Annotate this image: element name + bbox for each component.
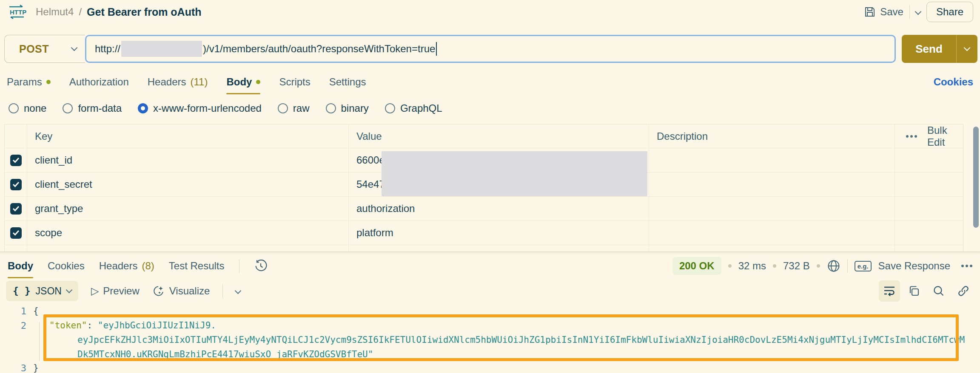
- preview-icon: ▷: [91, 285, 99, 297]
- bulk-edit-button[interactable]: Bulk Edit: [927, 124, 952, 148]
- mode-x-www-form-urlencoded[interactable]: x-www-form-urlencoded: [138, 102, 262, 114]
- modified-dot-icon: [46, 80, 51, 84]
- json-braces-icon: { }: [13, 285, 31, 297]
- radio-icon: [63, 103, 73, 113]
- mode-none[interactable]: none: [9, 102, 46, 114]
- send-options-chevron[interactable]: [956, 35, 977, 63]
- breadcrumb-separator: /: [79, 6, 82, 18]
- request-tabs: Params Authorization Headers(11) Body Sc…: [0, 69, 980, 95]
- param-description-cell[interactable]: [649, 221, 895, 245]
- url-suffix: )/v1/members/auth/oauth?responseWithToke…: [203, 43, 435, 55]
- text-caret: [436, 42, 437, 56]
- url-input[interactable]: http://)/v1/members/auth/oauth?responseW…: [85, 35, 896, 63]
- example-icon: e.g.: [855, 261, 872, 271]
- wrap-indent-guide: [39, 322, 40, 361]
- column-header-description: Description: [649, 124, 895, 148]
- method-chevron-icon: [71, 45, 78, 51]
- wrap-text-icon[interactable]: [879, 280, 900, 302]
- tab-scripts[interactable]: Scripts: [279, 69, 310, 95]
- save-split-divider: [909, 5, 910, 19]
- column-options-icon[interactable]: [906, 135, 917, 138]
- response-tab-cookies[interactable]: Cookies: [48, 253, 85, 279]
- table-row-partial: [5, 245, 963, 252]
- http-request-icon: HTTP: [7, 3, 26, 20]
- method-selector[interactable]: POST: [4, 35, 85, 63]
- table-header-row: Key Value Description Bulk Edit: [5, 124, 963, 148]
- radio-icon: [9, 103, 19, 113]
- response-viewer-toolbar: { } JSON ▷ Preview Visualize: [0, 280, 980, 302]
- param-key-cell[interactable]: scope: [27, 221, 348, 245]
- line-number: 3: [9, 363, 26, 373]
- link-icon[interactable]: [953, 280, 974, 302]
- cookies-link[interactable]: Cookies: [934, 76, 973, 88]
- floppy-disk-icon: [864, 6, 876, 18]
- line-number: 1: [9, 306, 26, 316]
- row-checkbox-checked[interactable]: [10, 179, 22, 190]
- share-button[interactable]: Share: [926, 2, 973, 22]
- top-bar: HTTP Helmut4 / Get Bearer from oAuth Sav…: [0, 0, 980, 24]
- param-key-cell[interactable]: client_secret: [27, 172, 348, 196]
- tab-body[interactable]: Body: [226, 69, 260, 95]
- param-key-cell[interactable]: client_id: [27, 148, 348, 172]
- radio-icon: [385, 103, 395, 113]
- mode-graphql[interactable]: GraphQL: [385, 102, 442, 114]
- mode-raw[interactable]: raw: [278, 102, 310, 114]
- vertical-scrollbar[interactable]: [973, 127, 979, 228]
- network-globe-icon[interactable]: [827, 259, 840, 273]
- json-open-brace: {: [33, 306, 39, 316]
- column-header-value: Value: [348, 124, 649, 148]
- param-key-cell[interactable]: grant_type: [27, 197, 348, 220]
- response-tab-headers[interactable]: Headers(8): [99, 253, 154, 279]
- save-button[interactable]: Save: [864, 6, 903, 18]
- breadcrumb-collection[interactable]: Helmut4: [36, 6, 74, 18]
- visualize-sparkle-icon: [152, 285, 165, 297]
- param-description-cell[interactable]: [649, 172, 895, 196]
- row-checkbox-checked[interactable]: [10, 155, 22, 166]
- url-prefix: http://: [95, 43, 120, 55]
- response-time[interactable]: 32 ms: [738, 260, 766, 272]
- response-section-divider[interactable]: [0, 251, 980, 252]
- mode-form-data[interactable]: form-data: [63, 102, 122, 114]
- tab-settings[interactable]: Settings: [329, 69, 366, 95]
- save-options-chevron[interactable]: [916, 8, 920, 16]
- token-highlight-box: [43, 314, 959, 361]
- method-label: POST: [19, 43, 72, 55]
- visualize-button[interactable]: Visualize: [152, 285, 210, 297]
- param-value-cell[interactable]: platform: [348, 221, 649, 245]
- status-badge[interactable]: 200 OK: [672, 257, 721, 275]
- tab-params[interactable]: Params: [7, 69, 51, 95]
- modified-dot-icon: [256, 80, 260, 84]
- send-button[interactable]: Send: [902, 35, 977, 63]
- copy-icon[interactable]: [903, 280, 925, 302]
- mode-binary[interactable]: binary: [326, 102, 369, 114]
- json-close-brace: }: [33, 363, 39, 373]
- response-header: Body Cookies Headers(8) Test Results 200…: [0, 254, 980, 278]
- value-redaction-block: [382, 151, 647, 196]
- response-options-icon[interactable]: [961, 265, 972, 267]
- row-checkbox-checked[interactable]: [10, 227, 22, 239]
- url-redaction-block: [121, 41, 202, 57]
- save-response-button[interactable]: Save Response: [878, 260, 950, 272]
- response-tab-body[interactable]: Body: [8, 253, 33, 279]
- column-header-key: Key: [27, 124, 348, 148]
- search-icon[interactable]: [928, 280, 949, 302]
- param-description-cell[interactable]: [649, 197, 895, 220]
- format-selector[interactable]: { } JSON: [6, 281, 78, 301]
- param-description-cell[interactable]: [649, 148, 895, 172]
- table-row: scope platform: [5, 221, 963, 245]
- breadcrumb-request-name[interactable]: Get Bearer from oAuth: [87, 6, 201, 18]
- preview-button[interactable]: ▷ Preview: [91, 285, 140, 297]
- tab-authorization[interactable]: Authorization: [69, 69, 129, 95]
- response-size[interactable]: 732 B: [783, 260, 810, 272]
- viewer-options-chevron[interactable]: [236, 287, 240, 295]
- param-value-cell[interactable]: authorization: [348, 197, 649, 220]
- row-checkbox-checked[interactable]: [10, 203, 22, 215]
- svg-text:HTTP: HTTP: [10, 8, 26, 16]
- radio-icon: [326, 103, 336, 113]
- radio-selected-icon: [138, 103, 148, 113]
- radio-icon: [278, 103, 288, 113]
- tab-headers[interactable]: Headers(11): [148, 69, 208, 95]
- body-mode-selector: none form-data x-www-form-urlencoded raw…: [0, 97, 980, 120]
- response-history-icon[interactable]: [254, 259, 268, 273]
- response-tab-test-results[interactable]: Test Results: [169, 253, 225, 279]
